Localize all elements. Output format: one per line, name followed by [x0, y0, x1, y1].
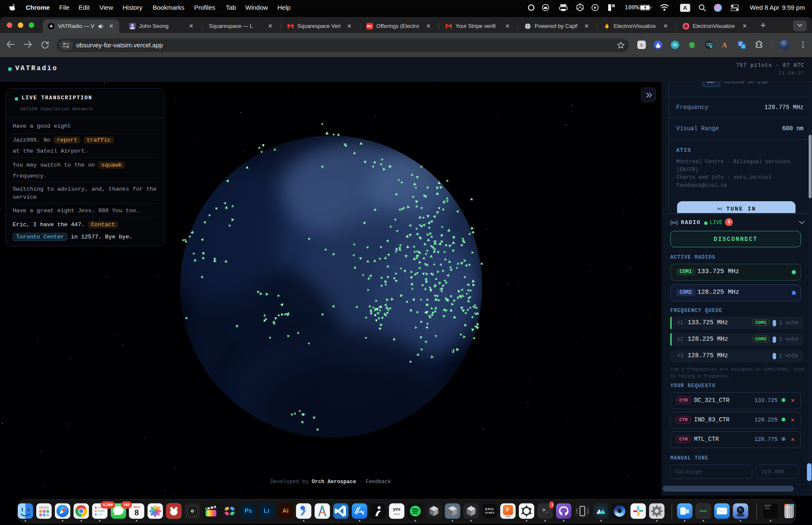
- svg-text:A: A: [722, 41, 727, 49]
- svg-text:m: m: [673, 42, 677, 48]
- svg-text:A: A: [742, 44, 744, 49]
- svg-text:ħ: ħ: [640, 42, 643, 47]
